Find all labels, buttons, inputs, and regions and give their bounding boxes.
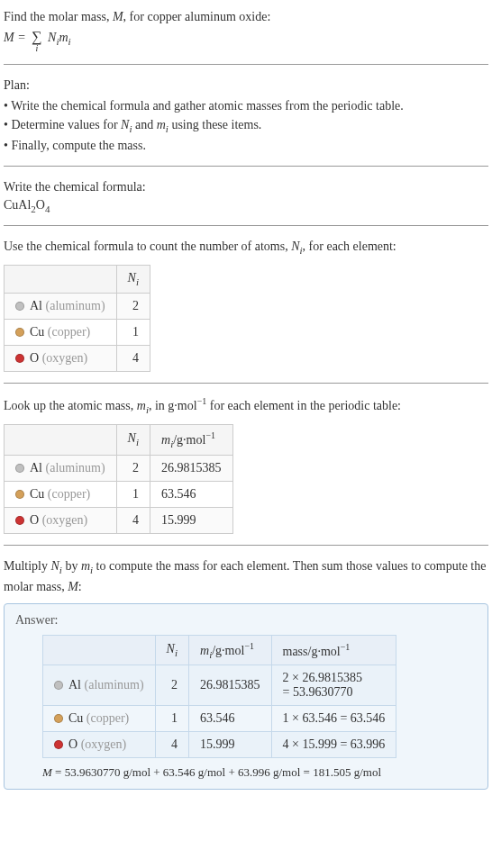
Ni-var: Ni — [48, 31, 59, 44]
formula-eq: = — [14, 31, 29, 44]
mi-ref: mi — [137, 399, 149, 412]
chemical-formula-section: Write the chemical formula: CuAl2O4 — [4, 177, 488, 214]
count-cell: 1 — [116, 320, 150, 346]
element-cell: Cu (copper) — [43, 706, 156, 732]
element-dot-icon — [54, 740, 63, 749]
answer-label: Answer: — [15, 613, 477, 628]
element-dot-icon — [15, 354, 24, 363]
multiply-section: Multiply Ni by mi to compute the mass fo… — [4, 556, 488, 596]
final-equation: M = 53.9630770 g/mol + 63.546 g/mol + 63… — [42, 765, 477, 780]
mass-cell: 63.546 — [150, 481, 233, 507]
table-row: Al (aluminum) 2 26.9815385 2 × 26.981538… — [43, 665, 396, 706]
element-cell: Al (aluminum) — [5, 455, 117, 481]
atom-count-section: Use the chemical formula to count the nu… — [4, 237, 488, 372]
mass-cell: 26.9815385 — [150, 455, 233, 481]
mass-cell: 15.999 — [150, 507, 233, 533]
atomic-mass-table: Ni mi/g·mol−1 Al (aluminum) 2 26.9815385… — [4, 424, 233, 533]
calc-cell: 2 × 26.9815385= 53.9630770 — [271, 665, 396, 706]
Ni-ref: Ni — [291, 240, 302, 253]
calc-cell: 1 × 63.546 = 63.546 — [271, 706, 396, 732]
chemical-formula: CuAl2O4 — [4, 198, 488, 214]
header-mi: mi/g·mol−1 — [189, 635, 272, 665]
header-mass: mass/g·mol−1 — [271, 635, 396, 665]
sum-index: i — [35, 44, 38, 53]
calc-cell: 4 × 15.999 = 63.996 — [271, 732, 396, 758]
step3-title: Look up the atomic mass, mi, in g·mol−1 … — [4, 394, 488, 417]
intro-M: M — [113, 10, 123, 23]
count-cell: 1 — [116, 481, 150, 507]
plan-section: Plan: Write the chemical formula and gat… — [4, 76, 488, 155]
header-Ni: Ni — [116, 425, 150, 455]
sum-container: ∑i — [29, 30, 44, 53]
table-row: Cu (copper) 1 — [5, 320, 150, 346]
table-row: O (oxygen) 4 15.999 4 × 15.999 = 63.996 — [43, 732, 396, 758]
table-row: O (oxygen) 4 — [5, 346, 150, 372]
M-ref: M — [68, 580, 78, 593]
step4-text: Multiply Ni by mi to compute the mass fo… — [4, 556, 488, 596]
molar-mass-formula: M = ∑i Nimi — [4, 30, 488, 53]
plan-list: Write the chemical formula and gather at… — [4, 96, 488, 155]
element-cell: O (oxygen) — [5, 507, 117, 533]
count-cell: 2 — [155, 665, 188, 706]
plan-item-3: Finally, compute the mass. — [4, 136, 488, 155]
plan-item-1: Write the chemical formula and gather at… — [4, 96, 488, 115]
count-cell: 4 — [155, 732, 188, 758]
element-dot-icon — [15, 516, 24, 525]
divider — [4, 64, 488, 65]
element-dot-icon — [15, 328, 24, 337]
Ni-ref: Ni — [51, 559, 62, 573]
element-cell: Cu (copper) — [5, 481, 117, 507]
count-cell: 2 — [116, 294, 150, 320]
table-row: Cu (copper) 1 63.546 1 × 63.546 = 63.546 — [43, 706, 396, 732]
step1-title: Write the chemical formula: — [4, 177, 488, 196]
sigma: ∑ — [32, 30, 41, 44]
table-row: Al (aluminum) 2 26.9815385 — [5, 455, 233, 481]
step2-title: Use the chemical formula to count the nu… — [4, 237, 488, 258]
element-dot-icon — [54, 714, 63, 723]
atomic-mass-section: Look up the atomic mass, mi, in g·mol−1 … — [4, 394, 488, 533]
element-cell: O (oxygen) — [43, 732, 156, 758]
element-cell: O (oxygen) — [5, 346, 117, 372]
intro-text: Find the molar mass, M, for copper alumi… — [4, 7, 488, 26]
mass-cell: 15.999 — [189, 732, 272, 758]
mi-ref: mi — [157, 118, 169, 131]
element-dot-icon — [15, 490, 24, 499]
count-cell: 1 — [155, 706, 188, 732]
table-header-row: Ni mi/g·mol−1 mass/g·mol−1 — [43, 635, 396, 665]
element-dot-icon — [54, 681, 63, 690]
divider — [4, 545, 488, 546]
plan-title: Plan: — [4, 76, 488, 95]
header-Ni: Ni — [155, 635, 188, 665]
Ni-ref: Ni — [121, 118, 132, 131]
element-cell: Al (aluminum) — [43, 665, 156, 706]
header-element — [5, 425, 117, 455]
element-dot-icon — [15, 464, 24, 473]
element-cell: Cu (copper) — [5, 320, 117, 346]
count-cell: 4 — [116, 346, 150, 372]
header-Ni: Ni — [116, 266, 150, 294]
table-row: Al (aluminum) 2 — [5, 294, 150, 320]
mi-var: mi — [59, 31, 70, 44]
divider — [4, 225, 488, 226]
header-element — [5, 266, 117, 294]
table-row: O (oxygen) 4 15.999 — [5, 507, 233, 533]
table-header-row: Ni — [5, 266, 150, 294]
formula-M: M — [4, 31, 14, 44]
header-element — [43, 635, 156, 665]
table-header-row: Ni mi/g·mol−1 — [5, 425, 233, 455]
intro-section: Find the molar mass, M, for copper alumi… — [4, 7, 488, 53]
element-dot-icon — [15, 302, 24, 311]
mass-cell: 26.9815385 — [189, 665, 272, 706]
count-cell: 2 — [116, 455, 150, 481]
atom-count-table: Ni Al (aluminum) 2 Cu (copper) 1 O (oxyg… — [4, 265, 150, 372]
sum-symbol: ∑i — [32, 30, 41, 53]
table-row: Cu (copper) 1 63.546 — [5, 481, 233, 507]
intro-part-a: Find the molar mass, — [4, 10, 113, 23]
divider — [4, 166, 488, 167]
element-cell: Al (aluminum) — [5, 294, 117, 320]
answer-box: Answer: Ni mi/g·mol−1 mass/g·mol−1 Al (a… — [4, 603, 488, 790]
mi-ref: mi — [81, 559, 93, 573]
answer-table: Ni mi/g·mol−1 mass/g·mol−1 Al (aluminum)… — [42, 635, 396, 758]
intro-part-b: , for copper aluminum oxide: — [123, 10, 271, 23]
mass-cell: 63.546 — [189, 706, 272, 732]
